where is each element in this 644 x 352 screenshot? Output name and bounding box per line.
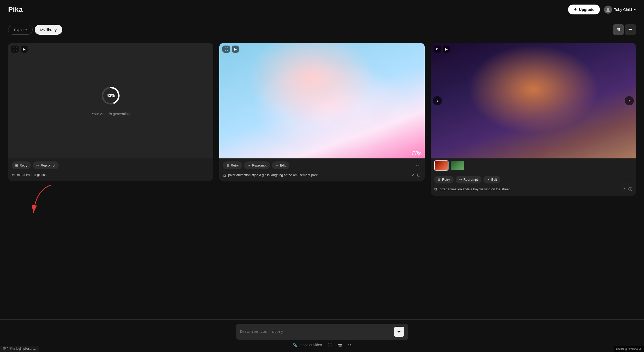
list-view-button[interactable]: ☰ xyxy=(625,24,636,35)
user-menu[interactable]: Toby Child ▾ xyxy=(604,6,636,14)
expand-icon-btn-2[interactable]: ⛶ xyxy=(222,46,230,53)
grid-view-button[interactable]: ⊞ xyxy=(613,24,624,35)
pixar-girl-actions: ⊞ Retry ✏ Reprompt ✂ Edit ⋯ xyxy=(219,158,424,172)
csdn-watermark: CSDN @技术宅老湘 xyxy=(614,346,644,352)
retry-icon-2: ⊞ xyxy=(226,163,229,167)
camera-button[interactable]: 📷 xyxy=(338,343,342,347)
play-icon-btn-3[interactable]: ▶ xyxy=(443,46,450,53)
upgrade-button[interactable]: ✦ Upgrade xyxy=(568,5,600,14)
generating-prompt-row: ⧉ metal framed glasses xyxy=(8,171,213,181)
paperclip-icon: 📎 xyxy=(293,343,297,347)
prompt-text-1: metal framed glasses xyxy=(17,172,210,177)
status-text: 正在等待 login.pika.art... xyxy=(3,347,36,350)
reprompt-label-3: Reprompt xyxy=(463,178,478,181)
main-content: ⛶ ▶ 43% Your video is generating xyxy=(0,39,644,200)
generating-card-wrapper: ⛶ ▶ 43% Your video is generating xyxy=(8,43,213,181)
thumbnail-1-img xyxy=(435,161,448,170)
nav-tabs: Explore My library xyxy=(8,25,62,35)
chevron-left-icon: ‹ xyxy=(437,98,438,103)
svg-point-0 xyxy=(607,8,609,10)
pixar-girl-bg: Pika xyxy=(219,43,424,158)
retry-icon-3: ⊞ xyxy=(438,178,441,181)
card-top-icons-2: ⛶ ▶ xyxy=(222,46,239,53)
reprompt-button-3[interactable]: ✏ Reprompt xyxy=(456,176,481,183)
tab-explore[interactable]: Explore xyxy=(8,25,33,35)
pixar-girl-visual xyxy=(219,43,424,158)
more-button-2[interactable]: ⋯ xyxy=(412,161,421,170)
retry-label-3: Retry xyxy=(442,178,450,181)
retry-button-3[interactable]: ⊞ Retry xyxy=(434,176,454,183)
copy-icon-3: ⧉ xyxy=(434,187,437,192)
play-icon-2: ▶ xyxy=(234,47,237,51)
reprompt-icon-3: ✏ xyxy=(459,178,462,181)
play-icon-btn-2[interactable]: ▶ xyxy=(232,46,239,53)
tab-my-library[interactable]: My library xyxy=(35,25,62,35)
retry-icon: ⊞ xyxy=(15,163,18,167)
pixar-girl-thumbnail: ⛶ ▶ Pika xyxy=(219,43,424,158)
svg-point-1 xyxy=(606,10,610,12)
retry-label-2: Retry xyxy=(231,163,239,167)
logo: Pika xyxy=(8,6,23,14)
retry-button-1[interactable]: ⊞ Retry xyxy=(12,161,31,169)
next-button-3[interactable]: › xyxy=(625,96,634,105)
card-top-icons-3: ↺ ▶ xyxy=(434,46,450,53)
info-button-2[interactable]: ⓘ xyxy=(417,173,421,178)
copy-icon-btn-2[interactable]: ⧉ xyxy=(223,173,226,178)
thumbnail-1[interactable] xyxy=(434,160,448,171)
pixar-boy-thumbnail: ↺ ▶ ‹ › xyxy=(431,43,636,158)
fullscreen-button[interactable]: ⛶ xyxy=(328,343,331,347)
list-icon: ☰ xyxy=(628,27,632,32)
copy-icon-1: ⧉ xyxy=(12,173,14,177)
copy-icon-btn-3[interactable]: ⧉ xyxy=(434,187,437,192)
prev-button-3[interactable]: ‹ xyxy=(433,96,442,105)
status-bar: 正在等待 login.pika.art... xyxy=(0,346,39,352)
progress-ring: 43% xyxy=(101,86,121,106)
edit-label-3: Edit xyxy=(491,178,497,181)
reprompt-button-1[interactable]: ✏ Reprompt xyxy=(33,161,59,169)
play-icon-btn[interactable]: ▶ xyxy=(21,46,28,53)
upgrade-label: Upgrade xyxy=(579,7,594,12)
more-button-3[interactable]: ⋯ xyxy=(623,176,632,184)
thumbnail-2[interactable] xyxy=(451,160,465,171)
view-toggle: ⊞ ☰ xyxy=(613,24,636,35)
reprompt-label-1: Reprompt xyxy=(41,163,55,167)
info-button-3[interactable]: ⓘ xyxy=(628,187,632,192)
reprompt-button-2[interactable]: ✏ Reprompt xyxy=(244,161,270,169)
scissors-icon-3: ✂ xyxy=(487,178,490,181)
info-icon-3: ⓘ xyxy=(628,187,632,191)
media-upload-button[interactable]: 📎 Image or video xyxy=(293,343,322,347)
refresh-icon-btn-3[interactable]: ↺ xyxy=(434,46,441,53)
generating-status: Your video is generating xyxy=(92,112,130,116)
media-label: Image or video xyxy=(299,343,322,347)
pixar-boy-prompt-row: ⧉ pixar animation style,a boy walking on… xyxy=(431,186,636,196)
story-submit-button[interactable]: ✦ xyxy=(394,327,404,337)
edit-button-2[interactable]: ✂ Edit xyxy=(272,161,289,169)
chevron-right-icon: › xyxy=(629,98,630,103)
expand-icon-btn[interactable]: ⛶ xyxy=(11,46,19,53)
edit-button-3[interactable]: ✂ Edit xyxy=(483,176,500,183)
prompt-text-3: pixar animation style,a boy walking on t… xyxy=(440,187,620,192)
info-icon-2: ⓘ xyxy=(417,173,421,177)
progress-text: 43% xyxy=(107,93,115,98)
thumbnail-2-img xyxy=(451,161,464,170)
copy-icon-btn-1[interactable]: ⧉ xyxy=(12,172,14,177)
fullscreen-icon: ⛶ xyxy=(328,343,331,347)
share-button-3[interactable]: ↗ xyxy=(622,187,626,192)
settings-button[interactable]: ⚙ xyxy=(348,343,351,347)
arrow-annotation xyxy=(28,182,59,216)
retry-button-2[interactable]: ⊞ Retry xyxy=(223,161,242,169)
card-top-icons: ⛶ ▶ xyxy=(11,46,28,53)
reprompt-label-2: Reprompt xyxy=(252,163,266,167)
star-icon: ✦ xyxy=(574,7,577,12)
expand-icon-2: ⛶ xyxy=(224,47,228,51)
generating-actions: ⊞ Retry ✏ Reprompt xyxy=(8,158,213,171)
edit-label-2: Edit xyxy=(280,163,285,167)
story-input[interactable] xyxy=(240,330,391,334)
header-right: ✦ Upgrade Toby Child ▾ xyxy=(568,5,636,14)
prompt-text-2: pixar animation style,a girl is laughing… xyxy=(228,173,408,178)
share-button-2[interactable]: ↗ xyxy=(411,173,415,177)
grid-icon: ⊞ xyxy=(616,27,620,32)
play-icon-3: ▶ xyxy=(445,47,448,51)
chevron-down-icon: ▾ xyxy=(634,7,636,12)
submit-icon: ✦ xyxy=(397,329,401,335)
